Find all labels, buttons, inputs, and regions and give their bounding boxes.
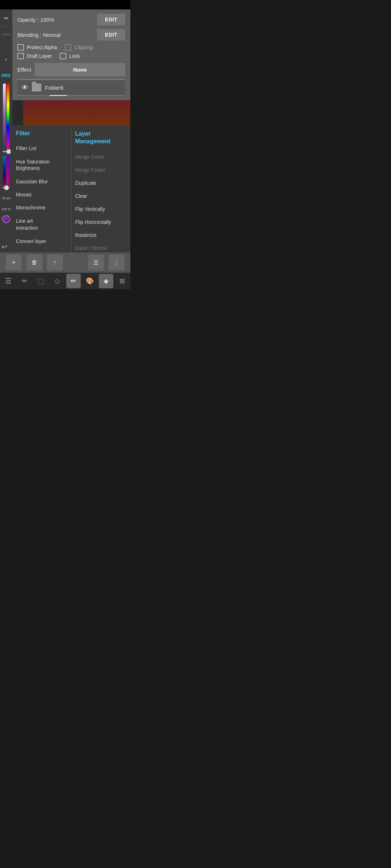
convert-layer-item[interactable]: Convert layer [16,235,68,248]
menu-nav-button[interactable]: ☰ [1,274,16,288]
color-strips-2 [3,156,9,185]
opacity-label: Opacity : 100% [17,17,54,23]
filter-list-item[interactable]: Filter List [16,142,68,155]
pencil-icon[interactable]: ✏ [1,13,11,23]
blending-label: Blending : Normal [17,32,60,38]
gaussian-blur-item[interactable]: Gaussian Blur [16,175,68,188]
status-bar [0,0,130,9]
merge-down-item: Merge Down [75,150,127,163]
grid-nav-button[interactable]: ⊞ [115,274,130,288]
lock-checkbox[interactable] [60,53,66,59]
layer-name-label: Folder9 [45,85,63,91]
placeholder-button [67,255,83,271]
blending-edit-button[interactable]: EDIT [97,29,125,41]
protect-alpha-checkbox-item: Protect Alpha [17,44,57,51]
layer-item[interactable]: 👁 Folder9 [17,79,125,95]
color-swatch[interactable] [2,215,10,223]
monochrome-item[interactable]: Monochrome [16,201,68,214]
layer-management-header[interactable]: LayerManagement [75,130,127,145]
more-options-button[interactable]: ⋮ [109,255,125,271]
opacity-row: Opacity : 100% EDIT [17,14,125,25]
draft-layer-checkbox[interactable] [17,53,24,59]
scroll-thumb [50,95,67,96]
select-nav-button[interactable]: ⬚ [34,274,48,288]
hue-saturation-item[interactable]: Hue SaturationBrightness [16,155,68,175]
folder-icon [32,84,41,92]
color-strips [3,84,9,149]
hue-slider[interactable] [3,151,10,152]
merge-folder-item: Merge Folder [75,163,127,176]
duplicate-item[interactable]: Duplicate [75,176,127,190]
layers-nav-button[interactable]: ◈ [99,274,113,288]
protect-alpha-label: Protect Alpha [27,44,57,50]
bottom-navigation: ☰ ✏ ⬚ ◇ ✏ 🎨 ◈ ⊞ [0,273,130,289]
palette-nav-button[interactable]: 🎨 [83,274,97,288]
brush-nav-button[interactable]: ✏ [66,274,81,288]
add-layer-button[interactable]: + [6,255,22,271]
opacity-edit-button[interactable]: EDIT [97,14,125,25]
scroll-bar [17,95,125,96]
mosaic-item[interactable]: Mosaic [16,188,68,201]
rasterize-item[interactable]: Rasterize [75,229,127,242]
transform-nav-button[interactable]: ◇ [50,274,64,288]
filter-header[interactable]: Filter [16,130,68,137]
line-art-extraction-item[interactable]: Line artextraction [16,214,68,234]
undo-icon[interactable]: ↩ [1,242,8,251]
flip-vertically-item[interactable]: Flip Vertically [75,203,127,216]
layer-settings-panel: Opacity : 100% EDIT Blending : Normal ED… [12,9,130,100]
clipping-checkbox[interactable] [65,44,71,51]
lock-checkbox-item: Lock [60,53,80,59]
hsv-label: HSV [2,72,11,78]
checkbox-row-2: Draft Layer Lock [17,53,125,59]
effect-label: Effect [17,67,31,73]
draft-layer-label: Draft Layer [27,53,52,59]
effect-selector[interactable]: None [35,63,125,76]
checkbox-row-1: Protect Alpha Clipping [17,44,125,51]
blending-row: Blending : Normal EDIT [17,29,125,41]
pct-value: 100 % [1,205,11,212]
flip-horizontally-item[interactable]: Flip Horizontally [75,216,127,229]
protect-alpha-checkbox[interactable] [17,44,24,51]
saturation-slider[interactable] [3,187,10,188]
edit-nav-button[interactable]: ✏ [17,274,32,288]
layer-action-toolbar: ↩ + 🗑 ↑ ☰ ⋮ [0,252,130,273]
clipping-checkbox-item: Clipping [65,44,93,51]
correct-label: CORR [1,29,11,39]
move-up-button[interactable]: ↑ [47,255,63,271]
layer-visibility-icon[interactable]: 👁 [22,84,28,92]
divider [1,26,11,26]
clear-item[interactable]: Clear [75,190,127,203]
lock-label: Lock [69,53,80,59]
delete-layer-button[interactable]: 🗑 [26,255,42,271]
clipping-label: Clipping [74,44,93,50]
draft-layer-checkbox-item: Draft Layer [17,53,52,59]
px-value: 20 px [2,194,10,201]
list-view-button[interactable]: ☰ [88,255,104,271]
left-toolbar: ✏ CORR ‹ HSV 20 px 100 % [0,9,12,255]
back-arrow-icon[interactable]: ‹ [5,56,7,63]
effect-row: Effect None [17,63,125,76]
